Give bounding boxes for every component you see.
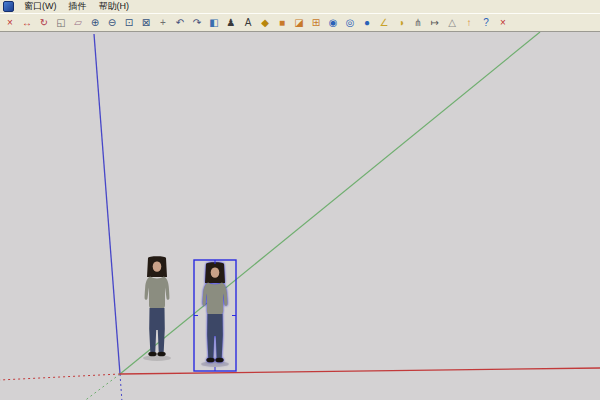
app-icon [3,1,14,12]
zoom-window-icon[interactable]: ⊡ [121,15,137,31]
menu-items: 窗口(W) 插件 帮助(H) [18,0,135,14]
dimension-tool-icon[interactable]: ↦ [427,15,443,31]
person-figure-selected[interactable] [192,258,238,376]
help-icon[interactable]: ? [478,15,494,31]
sketchup-window: 窗口(W) 插件 帮助(H) × ↔ ↻ ◱ ▱ ⊕ ⊖ [0,0,600,400]
move-tool-icon[interactable]: ↔ [19,15,35,31]
rotate-tool-icon[interactable]: ↻ [36,15,52,31]
section-plane-icon[interactable]: △ [444,15,460,31]
person-figure[interactable] [137,254,177,366]
orbit-tool-icon[interactable]: ◉ [325,15,341,31]
close-small-icon[interactable]: × [495,15,511,31]
drawing-axes [0,32,600,400]
followme-tool-icon[interactable]: ◪ [291,15,307,31]
redo-icon[interactable]: ↷ [189,15,205,31]
walk-tool-icon[interactable]: ● [359,15,375,31]
make-component-icon[interactable]: ◆ [257,15,273,31]
text-tool-icon[interactable]: A [240,15,256,31]
protractor-icon[interactable]: ◑ [393,15,409,31]
up-arrow-icon[interactable]: ↑ [461,15,477,31]
zoom-out-icon[interactable]: ⊖ [104,15,120,31]
toolbar: × ↔ ↻ ◱ ▱ ⊕ ⊖ ⊡ ⊠ + ↶ ↷ [0,13,600,32]
person-component-icon[interactable]: ♟ [223,15,239,31]
pushpull-tool-icon[interactable]: ■ [274,15,290,31]
menu-item[interactable]: 插件 [63,0,93,14]
undo-icon[interactable]: ↶ [172,15,188,31]
pan-tool-icon[interactable]: + [155,15,171,31]
delete-tool-icon[interactable]: × [2,15,18,31]
offset-tool-icon[interactable]: ⊞ [308,15,324,31]
menu-item[interactable]: 窗口(W) [18,0,63,14]
axes-tool-icon[interactable]: ⋔ [410,15,426,31]
tape-measure-icon[interactable]: ∠ [376,15,392,31]
menu-item[interactable]: 帮助(H) [93,0,136,14]
viewport-3d[interactable] [0,32,600,400]
eraser-tool-icon[interactable]: ▱ [70,15,86,31]
pan-view-icon[interactable]: ◎ [342,15,358,31]
zoom-in-icon[interactable]: ⊕ [87,15,103,31]
zoom-extents-icon[interactable]: ⊠ [138,15,154,31]
paint-bucket-icon[interactable]: ◧ [206,15,222,31]
menu-bar: 窗口(W) 插件 帮助(H) [0,0,600,13]
scale-tool-icon[interactable]: ◱ [53,15,69,31]
